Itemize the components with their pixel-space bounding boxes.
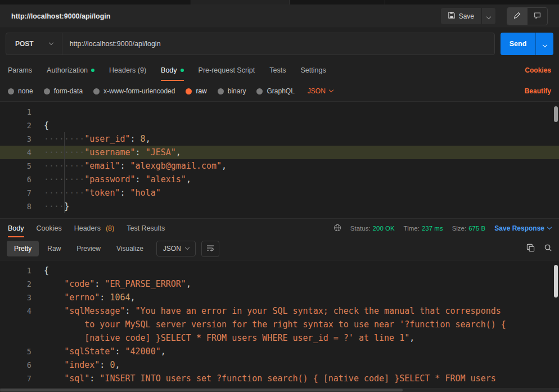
line-number: 2 xyxy=(0,277,31,291)
tab-params[interactable]: Params xyxy=(8,60,32,81)
scrollbar-thumb[interactable] xyxy=(554,265,558,298)
response-body-editor[interactable]: 1{2 "code": "ER_PARSE_ERROR",3 "errno": … xyxy=(0,260,559,392)
line-number: 8 xyxy=(0,200,31,213)
horizontal-scrollbar-thumb[interactable] xyxy=(0,389,403,391)
response-tab-cookies[interactable]: Cookies xyxy=(37,219,62,237)
wrap-text-icon xyxy=(206,245,214,253)
wrap-text-button[interactable] xyxy=(201,241,219,257)
save-icon xyxy=(448,12,455,20)
chevron-down-icon xyxy=(547,224,552,229)
code-line: 4 "sqlMessage": "You have an error in yo… xyxy=(0,304,559,318)
status-badge: Status: 200 OK xyxy=(350,225,395,232)
line-number: 2 xyxy=(0,119,31,132)
response-view-switch: Pretty Raw Preview Visualize xyxy=(7,241,151,256)
response-tab-headers[interactable]: Headers (8) xyxy=(74,219,115,237)
tab-tests[interactable]: Tests xyxy=(269,60,286,81)
green-dot-icon xyxy=(181,69,184,72)
view-pretty[interactable]: Pretty xyxy=(7,241,39,256)
workspace-tab[interactable] xyxy=(0,0,191,4)
code-line: 7 "sql": "INSERT INTO users set ?functio… xyxy=(0,372,559,385)
code-line: 6 "index": 0, xyxy=(0,358,559,372)
tab-authorization[interactable]: Authorization xyxy=(47,60,94,81)
request-title-bar: http://localhost:9000/api/login Save xyxy=(0,4,559,28)
body-mode-graphql[interactable]: GraphQL xyxy=(256,87,294,95)
copy-button[interactable] xyxy=(526,244,535,254)
pencil-icon xyxy=(513,12,521,21)
tab-pre-request-script[interactable]: Pre-request Script xyxy=(199,60,255,81)
response-language-select[interactable]: JSON xyxy=(156,241,196,256)
title-bar-actions: Save xyxy=(441,7,548,25)
save-button-label: Save xyxy=(459,12,474,20)
horizontal-scrollbar[interactable] xyxy=(0,388,559,392)
tab-body[interactable]: Body xyxy=(161,60,184,81)
chevron-down-icon xyxy=(48,40,53,45)
view-visualize[interactable]: Visualize xyxy=(109,241,151,256)
chevron-down-icon xyxy=(486,15,491,19)
title-icon-group xyxy=(507,7,548,25)
code-line: 5 "sqlState": "42000", xyxy=(0,345,559,358)
globe-icon[interactable] xyxy=(333,224,341,233)
search-icon xyxy=(544,244,552,254)
view-preview[interactable]: Preview xyxy=(69,241,108,256)
view-raw[interactable]: Raw xyxy=(40,241,68,256)
tab-settings[interactable]: Settings xyxy=(300,60,326,81)
green-dot-icon xyxy=(91,69,94,72)
code-line: 2 "code": "ER_PARSE_ERROR", xyxy=(0,277,559,291)
response-toolbar: Pretty Raw Preview Visualize JSON xyxy=(0,237,559,260)
save-response-button[interactable]: Save Response xyxy=(494,224,551,232)
comment-icon xyxy=(534,12,541,21)
request-body-editor[interactable]: 12{3········"user_id": 8,4········"usern… xyxy=(0,101,559,218)
body-mode-form-data[interactable]: form-data xyxy=(44,87,83,95)
chevron-down-icon xyxy=(185,245,190,250)
method-label: POST xyxy=(15,40,34,48)
edit-request-button[interactable] xyxy=(507,8,527,25)
line-number: 5 xyxy=(0,159,31,173)
workspace-tab[interactable] xyxy=(290,0,385,4)
radio-icon xyxy=(8,88,14,94)
send-button[interactable]: Send xyxy=(501,33,535,55)
body-mode-row: none form-data x-www-form-urlencoded raw… xyxy=(0,81,559,101)
method-select[interactable]: POST xyxy=(6,33,62,55)
request-tabs: Params Authorization Headers (9) Body Pr… xyxy=(0,60,559,81)
response-tab-test-results[interactable]: Test Results xyxy=(127,219,165,237)
language-select[interactable]: JSON xyxy=(308,87,333,95)
cookies-link[interactable]: Cookies xyxy=(525,66,551,74)
send-button-group: Send xyxy=(501,33,553,55)
search-button[interactable] xyxy=(544,244,552,254)
code-line: 3········"user_id": 8, xyxy=(0,132,559,146)
save-button-group: Save xyxy=(441,8,495,24)
chevron-down-icon xyxy=(542,42,547,47)
line-number: 3 xyxy=(0,291,31,304)
body-mode-none[interactable]: none xyxy=(8,87,33,95)
body-mode-x-www-form-urlencoded[interactable]: x-www-form-urlencoded xyxy=(93,87,175,95)
radio-icon xyxy=(93,88,100,94)
response-tab-body[interactable]: Body xyxy=(8,219,24,237)
code-line: 7········"token": "hola" xyxy=(0,186,559,200)
send-dropdown-button[interactable] xyxy=(535,33,553,55)
line-number: 7 xyxy=(0,186,31,200)
url-input[interactable] xyxy=(62,40,494,48)
indent-guide xyxy=(64,132,65,213)
scrollbar-thumb[interactable] xyxy=(554,106,558,122)
comments-button[interactable] xyxy=(527,8,547,25)
beautify-link[interactable]: Beautify xyxy=(525,87,551,95)
workspace-tab-strip[interactable] xyxy=(0,0,559,4)
tab-headers[interactable]: Headers (9) xyxy=(109,60,146,81)
response-header: Body Cookies Headers (8) Test Results St… xyxy=(0,218,559,237)
save-button[interactable]: Save xyxy=(441,8,481,24)
save-dropdown-button[interactable] xyxy=(481,8,495,24)
body-mode-raw[interactable]: raw xyxy=(186,87,206,95)
workspace-tab-active[interactable] xyxy=(191,0,290,4)
line-number: 3 xyxy=(0,132,31,146)
line-number xyxy=(0,331,31,345)
radio-icon xyxy=(256,88,263,94)
headers-count-badge: (8) xyxy=(106,224,114,232)
chevron-down-icon xyxy=(329,88,333,92)
request-title: http://localhost:9000/api/login xyxy=(11,12,110,20)
code-line: [native code] }SELECT * FROM users WHERE… xyxy=(0,331,559,345)
code-line: 1{ xyxy=(0,264,559,277)
line-number: 4 xyxy=(0,146,31,159)
body-mode-binary[interactable]: binary xyxy=(218,87,246,95)
code-line: 4········"username": "JESA", xyxy=(0,146,559,159)
time-badge: Time: 237 ms xyxy=(404,225,443,232)
